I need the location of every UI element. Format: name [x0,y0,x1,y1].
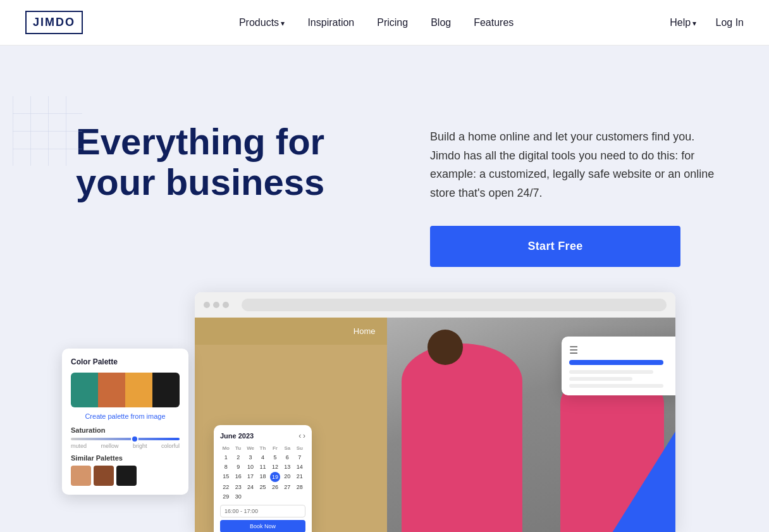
content-line-1 [569,370,653,374]
hero-content: Everything for your business Build a hom… [0,46,769,305]
palette-title: Color Palette [71,357,180,366]
blue-triangle-decoration [612,431,675,532]
similar-swatch-2 [94,466,114,486]
dot-red [204,302,210,308]
dot-green [223,302,229,308]
similar-swatches [71,466,180,486]
today-marker[interactable]: 19 [270,472,280,482]
main-nav: JIMDO Products Inspiration Pricing Blog … [0,0,769,46]
similar-palettes-label: Similar Palettes [71,454,180,462]
browser-url-bar[interactable] [242,299,667,311]
palette-swatches [71,373,180,407]
nav-item-pricing[interactable]: Pricing [377,17,408,28]
login-link[interactable]: Log In [716,17,744,28]
nav-item-blog[interactable]: Blog [431,17,451,28]
create-palette-link[interactable]: Create palette from image [71,412,180,420]
similar-swatch-1 [71,466,91,486]
browser-window: Home Coaching About Contact [195,292,675,532]
grid-decoration [13,96,82,166]
browser-bar [195,292,675,318]
content-line-3 [569,384,663,388]
swatch-yellow [125,373,152,407]
nav-item-inspiration[interactable]: Inspiration [307,17,354,28]
content-line-2 [569,377,632,381]
cal-prev[interactable]: ‹ [298,431,301,440]
time-slot: 16:00 - 17:00 [220,505,305,517]
right-card: ☰ [562,337,675,395]
head-1 [428,330,463,365]
calendar-grid: Mo Tu We Th Fr Sa Su 1 2 3 4 5 6 [220,444,305,501]
hero-title: Everything for your business [76,121,379,202]
cal-next[interactable]: › [303,431,305,440]
figure-1 [402,343,523,532]
nav-item-features[interactable]: Features [474,17,514,28]
nav-links: Products Inspiration Pricing Blog Featur… [239,17,514,28]
color-palette-card: Color Palette Create palette from image … [62,349,188,495]
logo[interactable]: JIMDO [25,11,83,34]
hamburger-icon: ☰ [569,344,674,356]
saturation-label: Saturation [71,426,180,434]
similar-swatch-3 [116,466,137,486]
hero-right: Build a home online and let your custome… [430,121,718,267]
browser-mockup-area: Color Palette Create palette from image … [37,292,732,532]
site-nav-home[interactable]: Home [354,326,376,336]
saturation-thumb[interactable] [131,435,138,443]
calendar-header: June 2023 ‹ › [220,431,305,440]
cal-nav: ‹ › [298,431,305,440]
progress-bar-full [569,360,663,365]
dot-yellow [213,302,219,308]
swatch-teal [71,373,98,407]
browser-dots [204,302,229,308]
book-now-button[interactable]: Book Now [220,520,305,532]
calendar-card: June 2023 ‹ › Mo Tu We Th Fr Sa Su [214,425,312,532]
nav-item-products[interactable]: Products [239,17,285,28]
help-menu[interactable]: Help [670,17,696,28]
browser-body: Home Coaching About Contact [195,318,675,532]
saturation-scale: muted mellow bright colorful [71,443,180,449]
content-lines [569,370,674,388]
hero-section: Everything for your business Build a hom… [0,46,769,532]
hero-left: Everything for your business [76,121,379,202]
swatch-orange [98,373,125,407]
nav-right: Help Log In [670,17,744,28]
hero-description: Build a home online and let your custome… [430,128,718,203]
calendar-month: June 2023 [220,432,254,440]
start-free-button[interactable]: Start Free [430,226,680,267]
saturation-bar[interactable] [71,438,180,440]
swatch-black [152,373,180,407]
